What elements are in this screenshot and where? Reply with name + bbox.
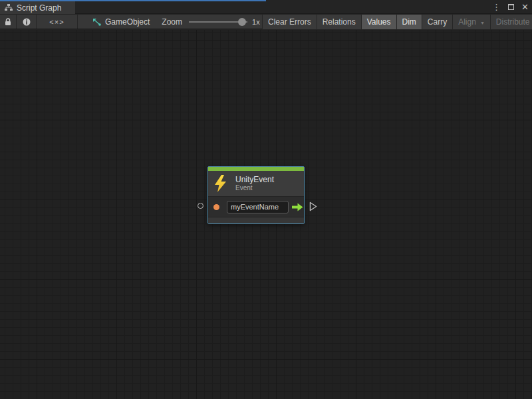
zoom-label: Zoom (162, 17, 182, 27)
toolbar-button-relations[interactable]: Relations (317, 15, 362, 29)
input-port[interactable] (198, 203, 203, 209)
toolbar-button-align: Align▼ (453, 15, 491, 29)
zoom-slider[interactable] (189, 18, 247, 26)
node-header: UnityEvent Event (208, 171, 304, 196)
zoom-slider-handle[interactable] (238, 18, 246, 26)
trigger-port-dot[interactable] (213, 204, 219, 210)
tab-script-graph[interactable]: Script Graph (0, 1, 75, 14)
title-bar: Script Graph ⋮ ✕ (0, 0, 532, 14)
node-subtitle: Event (235, 184, 274, 192)
graph-toolbar: <×> GameObject Zoom 1x Clear ErrorsRelat… (0, 15, 532, 29)
chevron-down-icon: ▼ (480, 21, 485, 25)
lock-button[interactable] (0, 15, 17, 29)
lightning-bolt-icon (214, 175, 227, 193)
zoom-value: 1x (252, 18, 260, 26)
unity-event-node[interactable]: UnityEvent Event (207, 166, 305, 224)
graph-target[interactable]: GameObject (92, 15, 150, 29)
menu-dots-icon[interactable]: ⋮ (492, 3, 501, 11)
gameobject-graph-icon (92, 18, 101, 26)
close-button[interactable]: ✕ (521, 3, 529, 11)
lock-icon (5, 18, 11, 26)
toolbar-button-distribute: Distribute▼ (491, 15, 532, 29)
graph-hierarchy-icon (5, 4, 13, 11)
tab-title: Script Graph (17, 3, 61, 13)
toolbar-button-values[interactable]: Values (362, 15, 397, 29)
event-name-input[interactable] (227, 201, 289, 213)
zoom-control: Zoom 1x (162, 15, 259, 29)
flow-arrow-icon (292, 203, 303, 211)
script-graph-window: Script Graph ⋮ ✕ (0, 0, 532, 399)
node-body (208, 196, 304, 217)
toolbar-button-dim[interactable]: Dim (397, 15, 422, 29)
graph-canvas[interactable]: UnityEvent Event (0, 30, 532, 399)
toolbar-button-carry[interactable]: Carry (422, 15, 453, 29)
toolbar-buttons: Clear ErrorsRelationsValuesDimCarryAlign… (262, 15, 532, 29)
maximize-icon (508, 4, 514, 10)
info-button[interactable] (17, 15, 37, 29)
info-icon (23, 18, 31, 26)
output-port[interactable] (309, 201, 317, 211)
node-footer (208, 217, 304, 223)
edit-source-button[interactable]: <×> (37, 15, 78, 29)
toolbar-button-clear-errors[interactable]: Clear Errors (263, 15, 317, 29)
node-title: UnityEvent (235, 175, 274, 184)
gameobject-label: GameObject (105, 17, 150, 27)
maximize-button[interactable] (508, 4, 514, 10)
